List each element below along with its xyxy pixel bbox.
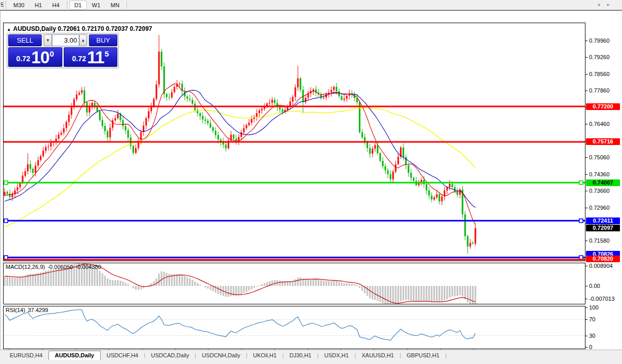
- rsi-value: 37.4299: [28, 307, 48, 313]
- tab-usdcnh-daily[interactable]: USDCNH,Daily: [196, 351, 246, 359]
- axis-tick: [585, 299, 588, 299]
- timeframe-toolbar: 5 M30H1H4D1W1MN: [0, 0, 622, 10]
- toolbar-divider: [6, 1, 6, 9]
- sell-button[interactable]: SELL: [8, 34, 42, 46]
- timeframe-button-mn[interactable]: MN: [105, 1, 125, 10]
- toolbar-divider: [127, 1, 127, 9]
- axis-tick: [585, 266, 588, 266]
- timeframe-button-h1[interactable]: H1: [29, 1, 47, 10]
- axis-tick: [585, 336, 588, 336]
- price-level-badge: 0.74007: [586, 179, 620, 186]
- macd-main-value: -0.006050: [47, 264, 73, 270]
- tab-eurusd-h4[interactable]: EURUSD,H4: [4, 351, 48, 359]
- chart-tab-bar: EURUSD,H4AUDUSD,DailyUSDCHF,H4|USDCAD,Da…: [0, 350, 622, 360]
- price-tick-label: 0.79960: [589, 38, 610, 44]
- axis-tick: [585, 286, 588, 286]
- timeframe-button-h4[interactable]: H4: [47, 1, 64, 10]
- price-tick-label: 0.75060: [589, 154, 610, 160]
- price-tick-label: 0.73660: [589, 188, 610, 194]
- axis-tick: [585, 208, 588, 208]
- collapse-panel-icon[interactable]: ▴: [8, 27, 10, 32]
- timeframe-button-partial[interactable]: 5: [0, 1, 4, 9]
- trading-app-screen: 5 M30H1H4D1W1MN ▴AUDUSD,Daily 0.72061 0.…: [0, 0, 622, 364]
- bid-price-pipette: 0: [50, 49, 54, 58]
- tab-scroll-right-icon[interactable]: ▸: [607, 2, 617, 7]
- tab-scroll-left-icon[interactable]: ◂: [597, 2, 607, 7]
- price-axis[interactable]: 0.799600.792600.785600.778600.771600.764…: [585, 22, 622, 360]
- rsi-axis-label: 70: [589, 316, 595, 322]
- timeframe-button-m30[interactable]: M30: [8, 1, 29, 10]
- macd-axis-label: 0.008904: [589, 263, 613, 269]
- rsi-name: RSI(14): [6, 307, 25, 313]
- price-tick-label: 0.74360: [589, 171, 610, 177]
- toolbar-divider: [67, 1, 67, 9]
- chart-ohlc-values: 0.72061 0.72170 0.72037 0.72097: [58, 25, 152, 32]
- ask-price-prefix: 0.72: [72, 54, 86, 63]
- volume-decrease-button[interactable]: ▼: [44, 34, 51, 46]
- axis-tick: [585, 90, 588, 91]
- bid-price-big-digits: 10: [31, 48, 49, 67]
- price-tick-label: 0.78560: [589, 71, 610, 77]
- rsi-label: RSI(14)37.4299: [6, 307, 51, 313]
- ask-price-big-digits: 11: [87, 48, 104, 67]
- axis-tick: [585, 124, 588, 124]
- axis-tick: [585, 319, 588, 320]
- price-tick-label: 0.71580: [589, 238, 610, 244]
- window-bottom-strip: [0, 360, 622, 364]
- spin-down-icon: ▼: [46, 38, 50, 43]
- chart-window: ▴AUDUSD,Daily 0.72061 0.72170 0.72037 0.…: [0, 10, 622, 364]
- tab-usdcad-daily[interactable]: USDCAD,Daily: [146, 351, 195, 359]
- one-click-trading-panel: SELL ▼ ▲ BUY 0.72 10 0 0.72 11: [7, 33, 119, 68]
- volume-input[interactable]: [52, 34, 79, 46]
- rsi-indicator-canvas[interactable]: [3, 306, 585, 349]
- tab-audusd-daily[interactable]: AUDUSD,Daily: [48, 351, 101, 360]
- timeframe-button-w1[interactable]: W1: [87, 1, 106, 10]
- chart-title: ▴AUDUSD,Daily 0.72061 0.72170 0.72037 0.…: [8, 25, 152, 32]
- price-tick-label: 0.79260: [589, 54, 610, 60]
- axis-tick: [585, 174, 588, 175]
- macd-signal-value: -0.004380: [76, 264, 101, 270]
- spin-up-icon: ▲: [81, 38, 85, 43]
- axis-tick: [585, 191, 588, 191]
- buy-button[interactable]: BUY: [89, 34, 117, 46]
- price-tick-label: 0.72960: [589, 205, 610, 211]
- current-price-badge: 0.72097: [586, 225, 620, 231]
- axis-tick: [585, 157, 588, 158]
- tab-separator: |: [445, 352, 447, 358]
- tab-usdx-h1[interactable]: USDX,H1: [318, 351, 354, 359]
- axis-tick: [585, 57, 588, 58]
- axis-tick: [585, 74, 588, 75]
- timeframe-button-d1[interactable]: D1: [69, 1, 87, 10]
- ask-price-pipette: 5: [104, 49, 109, 58]
- price-level-badge: 0.77200: [586, 103, 620, 110]
- tab-ukoil-h1[interactable]: UKOil,H1: [247, 351, 282, 359]
- price-tick-label: 0.76460: [589, 121, 610, 127]
- macd-name: MACD(12,26,9): [6, 264, 45, 270]
- macd-axis-label: -0.007013: [589, 296, 615, 302]
- chart-symbol-period: AUDUSD,Daily: [13, 25, 56, 32]
- bid-price-prefix: 0.72: [16, 54, 30, 63]
- ask-price-button[interactable]: 0.72 11 5: [64, 47, 118, 67]
- axis-tick: [585, 347, 588, 348]
- tab-dj30-h1[interactable]: DJ30,H1: [284, 351, 317, 359]
- tab-xauusd-h1[interactable]: XAUUSD,H1: [356, 351, 400, 359]
- price-level-badge: 0.72411: [586, 217, 620, 224]
- price-level-badge: 0.75716: [586, 138, 620, 145]
- price-level-badge: 0.70820: [586, 256, 620, 262]
- tab-scroll-arrows: ◂▸: [597, 2, 617, 7]
- macd-axis-label: 0.00: [589, 283, 600, 289]
- price-tick-label: 0.77860: [589, 87, 610, 94]
- volume-increase-button[interactable]: ▲: [79, 34, 87, 46]
- macd-label: MACD(12,26,9)-0.006050-0.004380: [6, 264, 104, 270]
- timeframe-group: M30H1H4D1W1MN: [8, 1, 129, 10]
- tab-usdchf-h4[interactable]: USDCHF,H4: [101, 351, 144, 359]
- tab-gbpusd-h1[interactable]: GBPUSD,H1: [401, 351, 446, 359]
- axis-tick: [585, 241, 588, 241]
- axis-tick: [585, 41, 588, 41]
- bid-price-button[interactable]: 0.72 10 0: [8, 47, 62, 67]
- axis-tick: [585, 307, 588, 308]
- rsi-axis-label: 100: [589, 304, 598, 311]
- rsi-axis-label: 30: [589, 333, 595, 339]
